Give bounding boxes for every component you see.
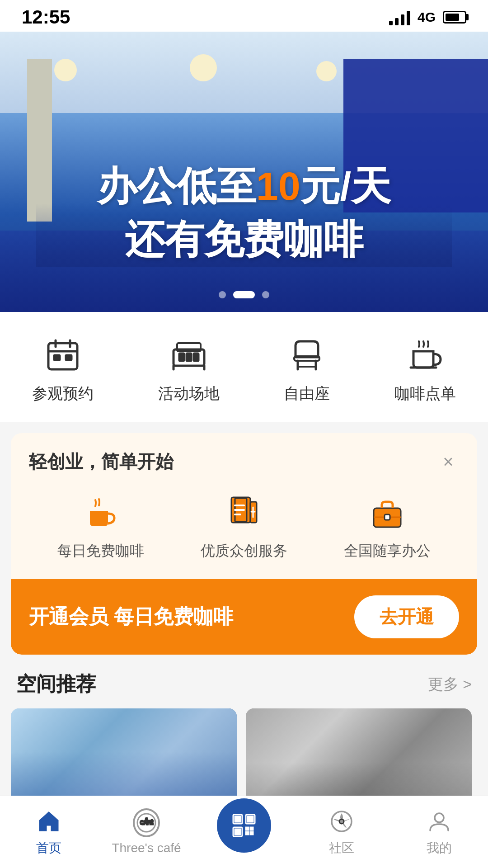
seat-label: 自由座 xyxy=(284,383,330,404)
document-icon xyxy=(224,492,264,533)
bottom-nav: 首页 CAFÉ 3 Three's café xyxy=(0,796,488,868)
cta-text: 开通会员 每日免费咖啡 xyxy=(29,604,233,630)
quick-icon-visit[interactable]: 参观预约 xyxy=(32,335,94,404)
nav-mine-label: 我的 xyxy=(427,840,452,857)
community-icon xyxy=(328,808,355,835)
dot-3[interactable] xyxy=(262,291,269,298)
svg-rect-41 xyxy=(250,832,253,835)
promo-feature-coffee: 每日免费咖啡 xyxy=(57,492,144,561)
network-label: 4G xyxy=(418,9,436,25)
cta-section: 开通会员 每日免费咖啡 去开通 xyxy=(11,579,477,655)
coffee-cup-icon xyxy=(405,335,446,375)
cafe-icon: CAFÉ 3 xyxy=(133,809,160,836)
nav-cafe-label: Three's café xyxy=(112,841,181,855)
venue-icon xyxy=(169,335,209,375)
briefcase-icon xyxy=(367,492,408,533)
svg-rect-10 xyxy=(179,353,184,361)
svg-point-44 xyxy=(435,813,444,822)
svg-rect-37 xyxy=(235,829,240,835)
user-icon xyxy=(426,808,453,835)
promo-feature-office: 全国随享办公 xyxy=(344,492,431,561)
quick-icon-coffee[interactable]: 咖啡点单 xyxy=(394,335,456,404)
quick-icons-section: 参观预约 活动场地 自由座 xyxy=(0,312,488,422)
service-promo-label: 优质众创服务 xyxy=(201,541,287,561)
hero-sub-text: 还有免费咖啡 xyxy=(0,213,488,267)
dot-1[interactable] xyxy=(219,291,226,298)
svg-rect-38 xyxy=(246,827,249,830)
svg-rect-39 xyxy=(250,827,253,830)
svg-rect-40 xyxy=(246,832,249,835)
svg-rect-35 xyxy=(248,816,253,822)
hero-banner[interactable]: 办公低至10元/天 还有免费咖啡 xyxy=(0,32,488,312)
coffee-label: 咖啡点单 xyxy=(394,383,456,404)
office-promo-label: 全国随享办公 xyxy=(344,541,431,561)
status-bar: 12:55 4G xyxy=(0,0,488,32)
venue-label: 活动场地 xyxy=(158,383,220,404)
svg-rect-12 xyxy=(193,353,199,361)
coffee-promo-label: 每日免费咖啡 xyxy=(57,541,144,561)
promo-feature-service: 优质众创服务 xyxy=(201,492,287,561)
signal-icon xyxy=(389,9,410,25)
svg-rect-11 xyxy=(186,353,192,361)
hero-main-text: 办公低至10元/天 xyxy=(0,165,488,208)
nav-item-qr[interactable] xyxy=(208,812,280,853)
promo-card-title: 轻创业，简单开始 xyxy=(29,449,174,474)
nav-item-mine[interactable]: 我的 xyxy=(403,808,475,857)
promo-card: 轻创业，简单开始 × 每日免费咖啡 xyxy=(11,433,477,655)
space-more-link[interactable]: 更多 > xyxy=(428,674,472,695)
status-time: 12:55 xyxy=(22,6,70,28)
nav-item-cafe[interactable]: CAFÉ 3 Three's café xyxy=(110,809,183,855)
qr-button[interactable] xyxy=(217,798,271,853)
svg-rect-5 xyxy=(66,355,72,360)
nav-community-label: 社区 xyxy=(329,840,354,857)
nav-home-label: 首页 xyxy=(36,840,61,857)
promo-close-button[interactable]: × xyxy=(437,451,459,473)
nav-item-home[interactable]: 首页 xyxy=(13,808,85,857)
nav-item-community[interactable]: 社区 xyxy=(305,808,378,857)
cta-button[interactable]: 去开通 xyxy=(354,595,459,638)
visit-label: 参观预约 xyxy=(32,383,94,404)
quick-icon-venue[interactable]: 活动场地 xyxy=(158,335,220,404)
coffee-promo-icon xyxy=(80,492,121,533)
svg-rect-0 xyxy=(48,343,77,369)
svg-rect-4 xyxy=(54,355,60,360)
space-section-header: 空间推荐 更多 > xyxy=(0,655,488,708)
space-section-title: 空间推荐 xyxy=(16,671,96,698)
svg-rect-33 xyxy=(235,816,240,822)
home-icon xyxy=(35,808,62,835)
carousel-dots xyxy=(219,291,269,298)
promo-features: 每日免费咖啡 优质众创服务 xyxy=(11,483,477,579)
dot-2[interactable] xyxy=(233,291,255,298)
status-icons: 4G xyxy=(389,9,466,25)
svg-point-43 xyxy=(339,819,344,824)
quick-icon-seat[interactable]: 自由座 xyxy=(284,335,330,404)
seat-icon xyxy=(286,335,327,375)
svg-rect-28 xyxy=(385,514,390,520)
calendar-icon xyxy=(42,335,83,375)
battery-icon xyxy=(443,11,466,24)
